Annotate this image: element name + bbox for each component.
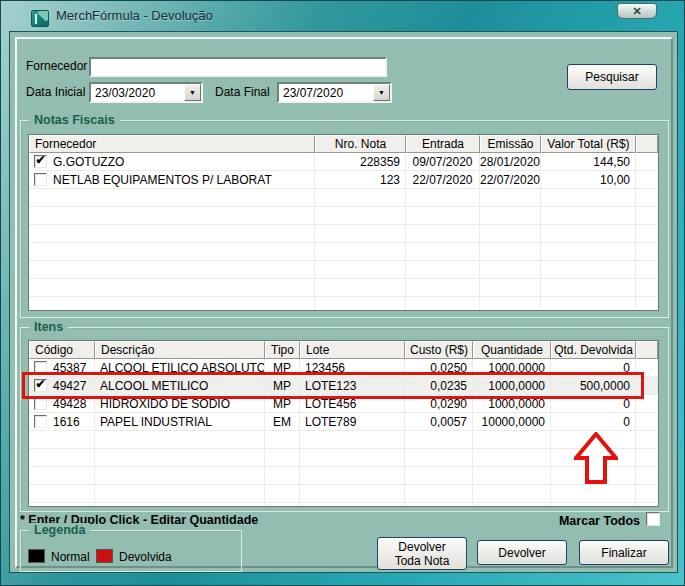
fornecedor-label: Fornecedor	[26, 59, 87, 73]
cell-entrada: 22/07/2020	[406, 171, 480, 189]
data-inicial-label: Data Inicial	[26, 85, 85, 99]
cell-tipo: MP	[265, 395, 300, 413]
column-header-filler	[636, 341, 658, 359]
marcar-todos-checkbox[interactable]: ✔	[646, 512, 660, 526]
chevron-down-icon[interactable]: ▼	[184, 84, 201, 101]
devolver-button[interactable]: Devolver	[477, 540, 567, 565]
column-header[interactable]: Quantidade	[473, 341, 551, 359]
table-row[interactable]: ✔1616 PAPEL INDUSTRIAL EM LOTE789 0,0057…	[29, 413, 658, 431]
column-header[interactable]: Emissão	[480, 135, 541, 153]
empty-row	[29, 431, 658, 449]
cell-quantidade: 1000,0000	[473, 359, 551, 377]
cell-lote: 123456	[300, 359, 405, 377]
cell-lote: LOTE456	[300, 395, 405, 413]
cell-nro-nota: 228359	[315, 153, 406, 171]
empty-row	[29, 485, 658, 503]
dialog-client: Fornecedor Data Inicial 23/03/2020 ▼ Dat…	[9, 31, 678, 573]
data-final-label: Data Final	[215, 85, 270, 99]
data-inicial-combobox[interactable]: 23/03/2020 ▼	[89, 82, 203, 103]
empty-row	[29, 449, 658, 467]
column-header[interactable]: Qtd. Devolvida	[551, 341, 636, 359]
close-icon: ✕	[632, 5, 641, 18]
table-row[interactable]: ✔G.GOTUZZO 228359 09/07/2020 28/01/2020 …	[29, 153, 658, 171]
legend-label-normal: Normal	[51, 550, 90, 564]
column-header[interactable]: Entrada	[406, 135, 480, 153]
empty-row	[29, 467, 658, 485]
empty-row	[29, 297, 658, 311]
cell-entrada: 09/07/2020	[406, 153, 480, 171]
cell-qtd-devolvida: 0	[551, 359, 636, 377]
column-header[interactable]: Descrição	[95, 341, 265, 359]
empty-row	[29, 279, 658, 297]
cell-codigo: 49427	[53, 379, 86, 393]
cell-tipo: MP	[265, 359, 300, 377]
column-header[interactable]: Custo (R$)	[405, 341, 473, 359]
cell-lote: LOTE123	[300, 377, 405, 395]
column-header[interactable]: Lote	[300, 341, 405, 359]
legenda-group-label: Legenda	[29, 523, 90, 537]
notas-fiscais-group-label: Notas Fiscais	[29, 113, 120, 127]
notas-header-row: Fornecedor Nro. Nota Entrada Emissão Val…	[29, 135, 658, 153]
row-checkbox[interactable]: ✔	[34, 173, 47, 186]
table-row[interactable]: ✔49428 HIDROXIDO DE SODIO MP LOTE456 0,0…	[29, 395, 658, 413]
row-checkbox[interactable]: ✔	[34, 415, 47, 428]
row-checkbox[interactable]: ✔	[34, 361, 47, 374]
legend-label-devolvida: Devolvida	[119, 550, 172, 564]
empty-row	[29, 243, 658, 261]
cell-quantidade: 10000,0000	[473, 413, 551, 431]
empty-row	[29, 207, 658, 225]
finalizar-button[interactable]: Finalizar	[579, 540, 669, 565]
cell-valor-total: 10,00	[541, 171, 636, 189]
cell-custo: 0,0290	[405, 395, 473, 413]
pesquisar-button[interactable]: Pesquisar	[567, 64, 657, 90]
cell-quantidade: 1000,0000	[473, 395, 551, 413]
data-inicial-value: 23/03/2020	[91, 84, 184, 101]
cell-custo: 0,0250	[405, 359, 473, 377]
cell-tipo: MP	[265, 377, 300, 395]
cell-fornecedor: G.GOTUZZO	[53, 155, 124, 169]
legend-swatch-normal	[28, 549, 45, 563]
cell-custo: 0,0057	[405, 413, 473, 431]
empty-row	[29, 225, 658, 243]
fornecedor-input[interactable]	[89, 57, 387, 77]
data-final-value: 23/07/2020	[279, 84, 373, 101]
window-title: MerchFórmula - Devolução	[56, 8, 213, 23]
row-checkbox[interactable]: ✔	[34, 379, 47, 392]
table-row[interactable]: ✔49427 ALCOOL METILICO MP LOTE123 0,0235…	[29, 377, 658, 395]
chevron-down-icon[interactable]: ▼	[373, 84, 390, 101]
itens-table: Código Descrição Tipo Lote Custo (R$) Qu…	[28, 340, 659, 507]
cell-valor-total: 144,50	[541, 153, 636, 171]
column-header[interactable]: Código	[29, 341, 95, 359]
legenda-group: Legenda Normal Devolvida	[20, 530, 242, 572]
cell-qtd-devolvida: 500,0000	[551, 377, 636, 395]
table-row[interactable]: ✔45387 ALCOOL ETILICO ABSOLUTO MP 123456…	[29, 359, 658, 377]
column-header-filler	[636, 135, 658, 153]
row-checkbox[interactable]: ✔	[34, 397, 47, 410]
column-header[interactable]: Tipo	[265, 341, 300, 359]
column-header[interactable]: Nro. Nota	[315, 135, 406, 153]
cell-descricao: ALCOOL METILICO	[95, 377, 265, 395]
row-checkbox[interactable]: ✔	[34, 155, 47, 168]
empty-row	[29, 189, 658, 207]
cell-descricao: HIDROXIDO DE SODIO	[95, 395, 265, 413]
devolver-toda-nota-button[interactable]: Devolver Toda Nota	[377, 537, 467, 570]
cell-descricao: PAPEL INDUSTRIAL	[95, 413, 265, 431]
empty-row	[29, 503, 658, 507]
cell-codigo: 49428	[53, 397, 86, 411]
column-header[interactable]: Fornecedor	[29, 135, 315, 153]
cell-fornecedor: NETLAB EQUIPAMENTOS P/ LABORAT	[53, 173, 272, 187]
itens-group-label: Itens	[29, 320, 68, 334]
table-row[interactable]: ✔NETLAB EQUIPAMENTOS P/ LABORAT 123 22/0…	[29, 171, 658, 189]
cell-codigo: 1616	[53, 415, 80, 429]
data-final-combobox[interactable]: 23/07/2020 ▼	[277, 82, 392, 103]
marcar-todos-label: Marcar Todos	[510, 514, 640, 528]
close-button[interactable]: ✕	[617, 3, 657, 19]
itens-header-row: Código Descrição Tipo Lote Custo (R$) Qu…	[29, 341, 658, 359]
app-icon	[31, 10, 49, 27]
cell-descricao: ALCOOL ETILICO ABSOLUTO	[95, 359, 265, 377]
column-header[interactable]: Valor Total (R$)	[541, 135, 636, 153]
cell-tipo: EM	[265, 413, 300, 431]
cell-lote: LOTE789	[300, 413, 405, 431]
titlebar[interactable]: MerchFórmula - Devolução ✕	[1, 1, 684, 31]
cell-nro-nota: 123	[315, 171, 406, 189]
